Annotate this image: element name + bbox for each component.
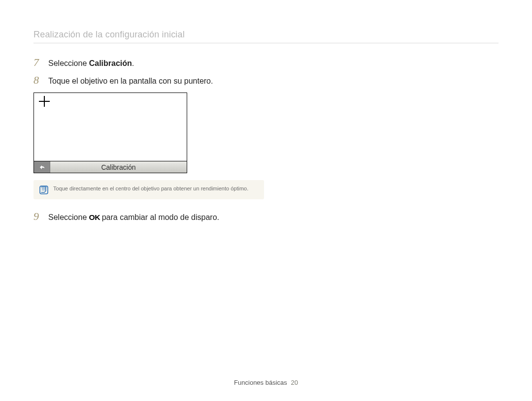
- note-box: Toque directamente en el centro del obje…: [33, 180, 264, 199]
- step-number: 7: [33, 57, 45, 68]
- footer-section: Funciones básicas: [234, 379, 287, 386]
- calibration-screen: [33, 93, 187, 161]
- step-9: 9 Seleccione OK para cambiar al modo de …: [33, 211, 270, 223]
- step-9-pre: Seleccione: [48, 213, 89, 221]
- footer-page-number: 20: [291, 379, 298, 386]
- step-9-post: para cambiar al modo de disparo.: [100, 213, 219, 221]
- page-header: Realización de la configuración inicial: [33, 30, 499, 40]
- step-text: Seleccione OK para cambiar al modo de di…: [48, 211, 219, 223]
- step-7-bold: Calibración: [89, 59, 132, 67]
- calibration-bar-label: Calibración: [50, 161, 187, 173]
- calibration-figure: Calibración: [33, 93, 187, 173]
- note-icon: [39, 185, 48, 194]
- back-icon: [38, 164, 46, 171]
- manual-page: Realización de la configuración inicial …: [0, 0, 532, 401]
- step-7-pre: Seleccione: [48, 59, 89, 67]
- step-8: 8 Toque el objetivo en la pantalla con s…: [33, 75, 270, 87]
- step-number: 9: [33, 211, 45, 222]
- step-7: 7 Seleccione Calibración.: [33, 57, 270, 69]
- page-footer: Funciones básicas 20: [0, 379, 532, 386]
- header-divider: [33, 43, 499, 43]
- calibration-target-icon: [39, 96, 50, 107]
- step-text: Seleccione Calibración.: [48, 57, 134, 69]
- ok-icon: OK: [89, 212, 100, 223]
- step-text: Toque el objetivo en la pantalla con su …: [48, 75, 213, 87]
- step-number: 8: [33, 75, 45, 86]
- step-list: 7 Seleccione Calibración. 8 Toque el obj…: [33, 57, 270, 223]
- step-7-post: .: [132, 59, 134, 67]
- note-text: Toque directamente en el centro del obje…: [53, 185, 248, 192]
- calibration-bottom-bar: Calibración: [33, 161, 187, 173]
- back-button[interactable]: [34, 161, 50, 173]
